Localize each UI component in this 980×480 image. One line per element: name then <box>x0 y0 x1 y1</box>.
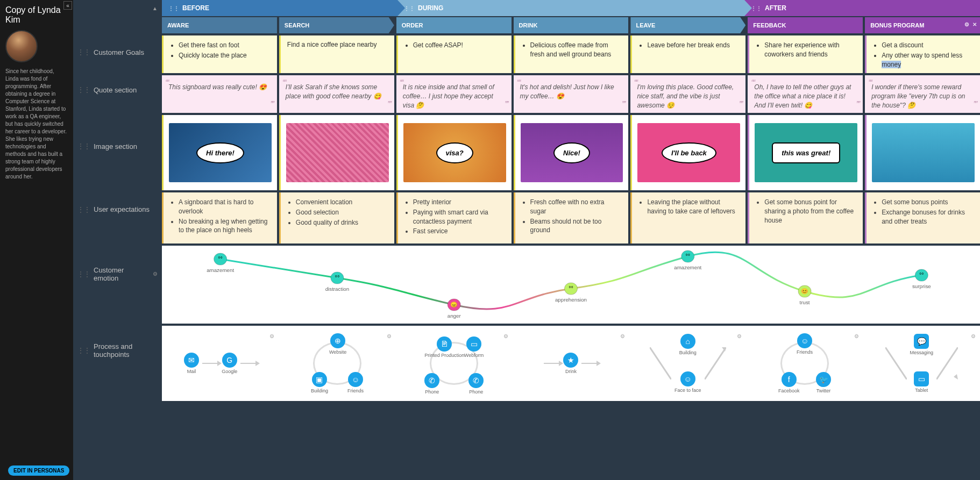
facebook-icon[interactable]: f <box>782 372 797 387</box>
quote-leave[interactable]: I'm loving this place. Good coffee, nice… <box>630 75 745 113</box>
image-drink[interactable]: Nice! <box>514 115 629 190</box>
gear-icon[interactable]: ⚙ <box>971 333 976 339</box>
phone-icon[interactable]: ✆ <box>468 373 484 388</box>
expect-bonus[interactable]: Get some bonus pointsExchange bonuses fo… <box>865 192 980 243</box>
gear-icon[interactable]: ⚙ <box>269 333 274 339</box>
drag-handle-icon[interactable]: ⋮⋮ <box>77 270 90 278</box>
expect-aware[interactable]: A signboard that is hard to overlookNo b… <box>162 192 277 243</box>
touchpoints-panel: ⚙ ✉Mail GGoogle ⚙ ⊕Website ▣Building ☺Fr… <box>162 326 980 401</box>
gear-icon[interactable]: ⚙ <box>620 333 625 339</box>
touch-leave[interactable]: ⚙ ⌂Building ☺Face to face <box>629 331 746 396</box>
sidebar-collapse-icon[interactable]: « <box>63 1 72 10</box>
image-search[interactable] <box>279 115 394 190</box>
stage-aware[interactable]: AWARE <box>162 17 277 33</box>
svg-text:°°: °° <box>569 285 573 291</box>
gear-icon[interactable]: ⚙ <box>387 333 392 339</box>
journey-map: ⋮⋮BEFORE ⋮⋮DURING ⋮⋮AFTER AWARE SEARCH O… <box>162 0 980 480</box>
drag-handle-icon[interactable]: ⋮⋮ <box>751 5 762 11</box>
building-icon[interactable]: ⌂ <box>680 334 695 349</box>
goal-feedback[interactable]: Share her experience with coworkers and … <box>748 35 863 73</box>
expect-order[interactable]: Pretty interiorPaying with smart card vi… <box>396 192 512 243</box>
svg-text:°°: °° <box>335 275 340 281</box>
image-order[interactable]: visa? <box>396 115 512 190</box>
stage-order[interactable]: ORDER <box>396 17 512 33</box>
webform-icon[interactable]: ▭ <box>466 336 481 352</box>
quote-feedback[interactable]: Oh, I have to tell the other guys at the… <box>748 75 863 113</box>
drag-handle-icon[interactable]: ⋮⋮ <box>77 142 90 150</box>
touch-bonus[interactable]: ⚙ 💬Messaging ▭Tablet <box>863 331 980 396</box>
image-bonus[interactable] <box>865 115 980 190</box>
stage-leave[interactable]: LEAVE <box>630 17 745 33</box>
drag-handle-icon[interactable]: ⋮⋮ <box>168 5 179 11</box>
twitter-icon[interactable]: 🐦 <box>816 372 831 387</box>
face-icon[interactable]: ☺ <box>680 371 695 386</box>
print-icon[interactable]: 🖹 <box>437 336 452 352</box>
friends-icon[interactable]: ☺ <box>797 333 812 348</box>
expect-search[interactable]: Convenient locationGood selectionGood qu… <box>279 192 394 243</box>
building-icon[interactable]: ▣ <box>312 372 327 387</box>
gear-icon[interactable]: ⚙ <box>854 333 859 339</box>
phase-before[interactable]: ⋮⋮BEFORE <box>162 0 397 16</box>
drag-handle-icon[interactable]: ⋮⋮ <box>77 48 90 56</box>
persona-bio: Since her childhood, Linda was fond of p… <box>5 68 68 181</box>
friends-icon[interactable]: ☺ <box>348 372 363 387</box>
gear-icon[interactable]: ⚙ <box>503 333 508 339</box>
svg-text:°°: °° <box>218 256 223 262</box>
close-icon[interactable]: ✕ <box>972 22 977 27</box>
phone-icon[interactable]: ✆ <box>424 373 439 388</box>
svg-text:amazement: amazement <box>207 267 234 273</box>
quote-drink[interactable]: It's hot and delish! Just how I like my … <box>514 75 629 113</box>
quote-bonus[interactable]: I wonder if there's some reward program … <box>865 75 980 113</box>
row-label-process: Process and touchpoints <box>94 342 158 359</box>
gear-icon[interactable]: ⚙ <box>737 333 742 339</box>
flow-arrow-icon <box>202 363 218 364</box>
image-aware[interactable]: Hi there! <box>162 115 277 190</box>
mail-icon[interactable]: ✉ <box>184 353 199 368</box>
drag-handle-icon[interactable]: ⋮⋮ <box>77 86 90 94</box>
expect-leave[interactable]: Leaving the place without having to take… <box>630 192 745 243</box>
google-icon[interactable]: G <box>222 353 237 368</box>
flow-arrow-icon <box>240 363 257 364</box>
quote-order[interactable]: It is nice inside and that smell of coff… <box>396 75 512 113</box>
goal-bonus[interactable]: Get a discountAny other way to spend les… <box>865 35 980 73</box>
touch-aware[interactable]: ⚙ ✉Mail GGoogle <box>162 331 279 396</box>
image-leave[interactable]: I'll be back <box>630 115 745 190</box>
gear-icon[interactable]: ⚙ <box>964 22 969 27</box>
goal-aware[interactable]: Get there fast on footQuickly locate the… <box>162 35 277 73</box>
collapse-arrow-icon[interactable]: ▲ <box>73 0 162 16</box>
quote-search[interactable]: I'll ask Sarah if she knows some place w… <box>279 75 394 113</box>
svg-text:°°: °° <box>919 272 924 278</box>
website-icon[interactable]: ⊕ <box>330 333 345 348</box>
stage-drink[interactable]: DRINK <box>514 17 629 33</box>
touch-drink[interactable]: ⚙ ★Drink <box>513 331 629 396</box>
phase-during[interactable]: ⋮⋮DURING <box>397 0 744 16</box>
image-feedback[interactable]: this was great! <box>748 115 863 190</box>
touch-search[interactable]: ⚙ ⊕Website ▣Building ☺Friends <box>279 331 395 396</box>
messaging-icon[interactable]: 💬 <box>914 334 929 349</box>
stage-feedback[interactable]: FEEDBACK <box>748 17 863 33</box>
touch-order[interactable]: ⚙ 🖹Printed Production ▭Webform ✆Phone ✆P… <box>396 331 513 396</box>
expect-drink[interactable]: Fresh coffee with no extra sugarBeams sh… <box>514 192 629 243</box>
flow-arrow-icon <box>581 363 598 364</box>
drag-handle-icon[interactable]: ⋮⋮ <box>77 347 90 354</box>
goal-search[interactable]: Find a nice coffee place nearby <box>279 35 394 73</box>
goal-order[interactable]: Get coffee ASAP! <box>396 35 512 73</box>
touch-feedback[interactable]: ⚙ ☺Friends fFacebook 🐦Twitter <box>746 331 863 396</box>
avatar <box>5 30 38 62</box>
drag-handle-icon[interactable]: ⋮⋮ <box>404 5 415 11</box>
goal-drink[interactable]: Delicious coffee made from fresh and wel… <box>514 35 629 73</box>
phase-after[interactable]: ⋮⋮AFTER <box>744 0 980 16</box>
tablet-icon[interactable]: ▭ <box>914 371 929 386</box>
row-label-quote: Quote section <box>94 86 137 94</box>
stage-search[interactable]: SEARCH <box>279 17 394 33</box>
stage-bonus[interactable]: BONUS PROGRAM⚙✕ <box>865 17 980 33</box>
persona-sidebar: « Copy of Lynda Kim Since her childhood,… <box>0 0 73 480</box>
star-icon[interactable]: ★ <box>563 353 578 368</box>
expect-feedback[interactable]: Get some bonus point for sharing a photo… <box>748 192 863 243</box>
gear-icon[interactable]: ⚙ <box>153 271 158 277</box>
drag-handle-icon[interactable]: ⋮⋮ <box>77 206 90 213</box>
quote-aware[interactable]: This signboard was really cute! 😍 <box>162 75 277 113</box>
goal-leave[interactable]: Leave before her break ends <box>630 35 745 73</box>
edit-personas-button[interactable]: EDIT IN PERSONAS <box>8 465 69 476</box>
emotion-chart[interactable]: °°amazement°°distraction😠anger°°apprehen… <box>162 246 980 324</box>
